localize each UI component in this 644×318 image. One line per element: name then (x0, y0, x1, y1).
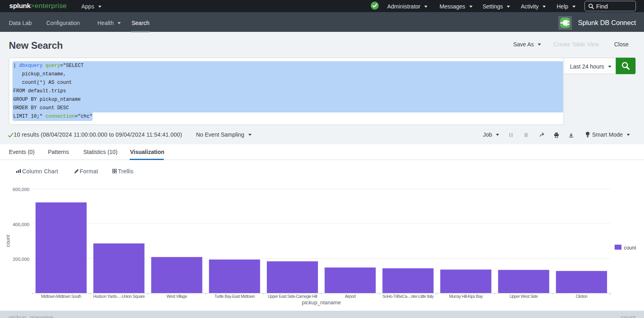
svg-text:600,000: 600,000 (12, 187, 29, 192)
svg-text:pickup_ntaname: pickup_ntaname (302, 299, 341, 306)
svg-text:West Village: West Village (167, 294, 188, 299)
svg-text:400,000: 400,000 (12, 222, 29, 227)
svg-text:Upper East Side-Carnegie Hill: Upper East Side-Carnegie Hill (268, 294, 317, 299)
svg-text:count: count (5, 235, 11, 247)
svg-text:count: count (624, 245, 636, 251)
svg-text:Turtle Bay-East Midtown: Turtle Bay-East Midtown (215, 294, 255, 299)
svg-text:Clinton: Clinton (576, 294, 587, 299)
svg-text:200,000: 200,000 (12, 257, 29, 262)
svg-text:Murray Hill-Kips Bay: Murray Hill-Kips Bay (449, 294, 483, 299)
svg-text:SoHo-TriBeCa-...nter-Little It: SoHo-TriBeCa-...nter-Little Italy (382, 294, 434, 299)
svg-text:Midtown-Midtown South: Midtown-Midtown South (41, 294, 81, 299)
svg-text:Airport: Airport (345, 294, 356, 299)
svg-text:Upper West Side: Upper West Side (510, 294, 538, 299)
svg-text:Hudson Yards-...-Union Square: Hudson Yards-...-Union Square (93, 294, 145, 299)
